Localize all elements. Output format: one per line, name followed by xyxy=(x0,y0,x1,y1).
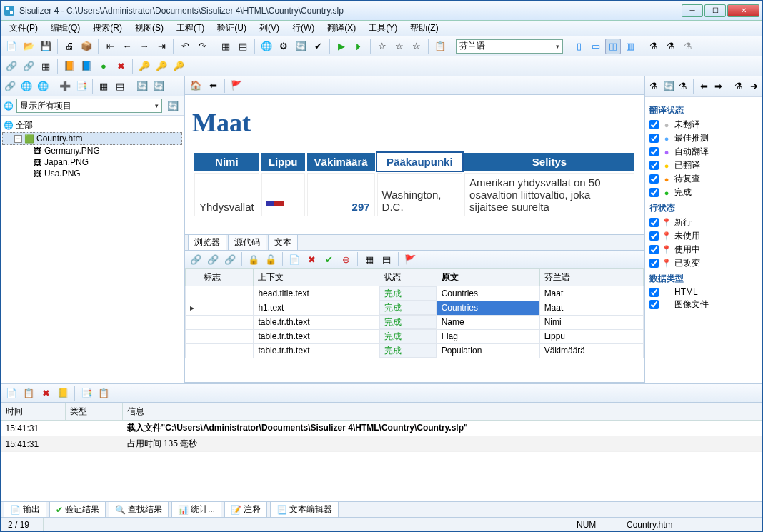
add-icon[interactable]: ➕ xyxy=(57,79,73,94)
filter-checkbox[interactable] xyxy=(649,231,659,241)
menu-file[interactable]: 文件(P) xyxy=(4,21,44,36)
filter-checkbox[interactable] xyxy=(649,161,659,170)
filter-item[interactable]: ●未翻译 xyxy=(649,118,758,131)
filter-checkbox[interactable] xyxy=(649,259,659,268)
link2-icon[interactable]: 🔗 xyxy=(21,59,36,74)
filter-item[interactable]: 📍未使用 xyxy=(649,229,758,243)
layout2-icon[interactable]: ▭ xyxy=(588,39,604,54)
col-target[interactable]: 芬兰语 xyxy=(539,269,643,286)
book2-icon[interactable]: 📘 xyxy=(79,59,94,74)
tab-editor[interactable]: 📃文本编辑器 xyxy=(270,501,339,518)
menu-edit[interactable]: 编辑(Q) xyxy=(45,21,86,36)
col-msg[interactable]: 信息 xyxy=(123,403,762,421)
tree-child[interactable]: 🖼 Germany.PNG xyxy=(2,145,182,156)
flag-icon[interactable]: 🚩 xyxy=(402,251,418,267)
grid-icon[interactable]: ▦ xyxy=(38,59,54,74)
menu-tools[interactable]: 工具(Y) xyxy=(363,21,403,36)
filter-item[interactable]: 图像文件 xyxy=(649,298,758,311)
tab-stats[interactable]: 📊统计... xyxy=(171,501,221,518)
doc-icon[interactable]: 📄 xyxy=(286,251,302,267)
tab-output[interactable]: 📄输出 xyxy=(4,501,46,518)
key3-icon[interactable]: 🔑 xyxy=(171,59,186,74)
arrow-last-icon[interactable]: ⇥ xyxy=(154,39,169,54)
home-icon[interactable]: 🏠 xyxy=(188,78,204,94)
log-row[interactable]: 15:41:31 载入文件"C:\Users\Administrator\Doc… xyxy=(1,421,762,436)
filter-checkbox[interactable] xyxy=(649,188,659,197)
refresh-icon[interactable]: 🔄 xyxy=(662,79,676,94)
globe-icon[interactable]: 🌐 xyxy=(35,79,51,94)
lock-icon[interactable]: 🔒 xyxy=(246,251,261,267)
delete-icon[interactable]: ✖ xyxy=(38,386,54,401)
filter-checkbox[interactable] xyxy=(649,147,659,156)
redo-icon[interactable]: ↷ xyxy=(194,39,210,54)
play-icon[interactable]: ▶ xyxy=(334,39,349,54)
link-icon[interactable]: 🔗 xyxy=(4,59,19,74)
filter3-icon[interactable]: ⚗ xyxy=(680,39,696,54)
filter-item[interactable]: ●最佳推测 xyxy=(649,131,758,145)
filter-item[interactable]: 📍使用中 xyxy=(649,243,758,256)
filter-checkbox[interactable] xyxy=(649,120,659,129)
table-row[interactable]: ▸ h1.text 完成 Countries Maat xyxy=(186,301,644,315)
arrow-prev-icon[interactable]: ← xyxy=(119,39,135,54)
table-row[interactable]: table.tr.th.text 完成 Name Nimi xyxy=(186,315,644,329)
link-icon[interactable]: 🔗 xyxy=(205,251,221,267)
col-name[interactable]: Nimi xyxy=(194,153,259,171)
project-tree[interactable]: 🌐 全部 − 🟩 Country.htm 🖼 Germany.PNG 🖼 Jap… xyxy=(1,116,184,383)
arrow-first-icon[interactable]: ⇤ xyxy=(102,39,118,54)
col-type[interactable]: 类型 xyxy=(66,403,123,421)
col-pop[interactable]: Väkimäärä xyxy=(307,153,375,171)
filter-combo[interactable]: 显示所有项目 xyxy=(16,99,162,113)
remove-icon[interactable]: ✖ xyxy=(304,251,319,267)
expand-icon[interactable]: ▦ xyxy=(96,79,111,94)
link-icon[interactable]: 🔗 xyxy=(2,79,18,94)
grid-icon[interactable]: ▦ xyxy=(218,39,234,54)
menu-search[interactable]: 搜索(R) xyxy=(87,21,128,36)
language-combo[interactable]: 芬兰语 xyxy=(456,39,563,54)
tree-child[interactable]: 🖼 Usa.PNG xyxy=(2,168,182,179)
tab-validate[interactable]: ✔验证结果 xyxy=(49,501,106,518)
collapse-icon[interactable]: − xyxy=(14,135,22,143)
tab-find[interactable]: 🔍查找结果 xyxy=(109,501,169,518)
layout3-icon[interactable]: ◫ xyxy=(605,39,621,54)
paste-icon[interactable]: 📋 xyxy=(96,386,111,401)
filter-add-icon[interactable]: ⚗ xyxy=(732,79,747,94)
filter2-icon[interactable]: ⚗ xyxy=(663,39,679,54)
check-icon[interactable]: ✔ xyxy=(310,39,326,54)
log-area[interactable]: 时间 类型 信息 15:41:31 载入文件"C:\Users\Administ… xyxy=(1,403,762,501)
tab-notes[interactable]: 📝注释 xyxy=(224,501,267,518)
filter-checkbox[interactable] xyxy=(649,218,659,227)
tab-text[interactable]: 文本 xyxy=(268,234,298,250)
globe-icon[interactable]: 🌐 xyxy=(259,39,274,54)
filter-item[interactable]: HTML xyxy=(649,286,758,298)
tab-browser[interactable]: 浏览器 xyxy=(188,234,226,250)
copy-icon[interactable]: 📑 xyxy=(79,386,94,401)
filter-item[interactable]: ●待复查 xyxy=(649,172,758,186)
gear-icon[interactable]: ⚙ xyxy=(276,39,291,54)
arrow-left-icon[interactable]: ⬅ xyxy=(697,79,711,94)
refresh-icon[interactable]: 🔄 xyxy=(134,79,150,94)
doc-icon[interactable]: 📄 xyxy=(4,386,19,401)
filter-icon[interactable]: ⚗ xyxy=(647,79,661,94)
book-icon[interactable]: 📙 xyxy=(61,59,77,74)
filter-item[interactable]: 📍已改变 xyxy=(649,256,758,270)
menu-project[interactable]: 工程(T) xyxy=(171,21,210,36)
filter-icon[interactable]: ⚗ xyxy=(646,39,662,54)
col-mark[interactable]: 标志 xyxy=(199,269,254,286)
filter-item[interactable]: ●已翻译 xyxy=(649,159,758,172)
minimize-button[interactable]: ─ xyxy=(682,4,703,17)
link-icon[interactable]: 🔗 xyxy=(222,251,238,267)
col-context[interactable]: 上下文 xyxy=(254,269,379,286)
link-icon[interactable]: 🔗 xyxy=(188,251,204,267)
undo-icon[interactable]: ↶ xyxy=(177,39,193,54)
doc-icon[interactable]: 📋 xyxy=(432,39,448,54)
filter-checkbox[interactable] xyxy=(649,245,659,254)
note-icon[interactable]: 📒 xyxy=(55,386,71,401)
star-icon[interactable]: ☆ xyxy=(409,39,424,54)
grid2-icon[interactable]: ▤ xyxy=(235,39,251,54)
refresh2-icon[interactable]: 🔄 xyxy=(151,79,166,94)
cube-icon[interactable]: 📦 xyxy=(79,39,94,54)
tree-root[interactable]: 🌐 全部 xyxy=(2,119,182,132)
arrow-next-icon[interactable]: → xyxy=(136,39,152,54)
open-icon[interactable]: 📂 xyxy=(21,39,36,54)
del-icon[interactable]: ✖ xyxy=(113,59,129,74)
